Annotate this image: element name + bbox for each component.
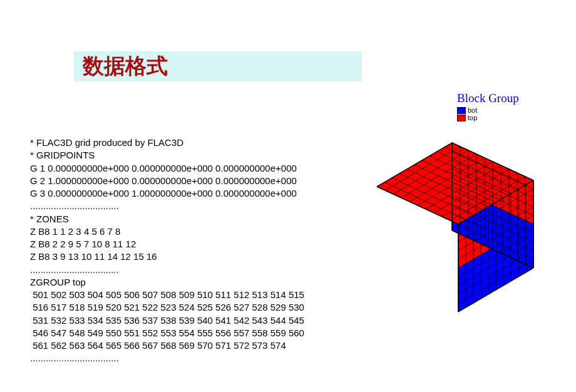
- code-line: G 3 0.000000000e+000 1.000000000e+000 0.…: [30, 187, 304, 200]
- legend-label-top: top: [468, 114, 477, 121]
- code-line: Z B8 1 1 2 3 4 5 6 7 8: [30, 225, 304, 238]
- code-line: 561 562 563 564 565 566 567 568 569 570 …: [30, 339, 304, 352]
- code-line: G 2 1.000000000e+000 0.000000000e+000 0.…: [30, 175, 304, 187]
- code-line: 531 532 533 534 535 536 537 538 539 540 …: [30, 314, 304, 327]
- code-line: * GRIDPOINTS: [30, 149, 304, 162]
- code-line: Z B8 3 9 13 10 11 14 12 15 16: [30, 250, 304, 263]
- legend: Block Group bot top: [457, 91, 519, 121]
- page-title: 数据格式: [83, 52, 168, 81]
- code-line: 501 502 503 504 505 506 507 508 509 510 …: [30, 289, 304, 301]
- cube-diagram: [358, 130, 552, 333]
- code-line: 546 547 548 549 550 551 552 553 554 555 …: [30, 327, 304, 339]
- legend-label-bot: bot: [468, 106, 477, 114]
- code-line: * FLAC3D grid produced by FLAC3D: [30, 137, 304, 149]
- legend-title: Block Group: [457, 91, 519, 105]
- code-content: * FLAC3D grid produced by FLAC3D * GRIDP…: [30, 137, 304, 365]
- code-line: ..................................: [30, 200, 304, 212]
- code-line: ..................................: [30, 264, 304, 276]
- legend-swatch-bot: [457, 107, 466, 114]
- title-box: 数据格式: [74, 51, 362, 81]
- cube-icon: [358, 130, 552, 331]
- legend-swatch-top: [457, 115, 466, 121]
- code-line: Z B8 2 2 9 5 7 10 8 11 12: [30, 238, 304, 250]
- legend-item-top: top: [457, 114, 519, 121]
- code-line: G 1 0.000000000e+000 0.000000000e+000 0.…: [30, 162, 304, 175]
- code-line: 516 517 518 519 520 521 522 523 524 525 …: [30, 301, 304, 314]
- code-line: ZGROUP top: [30, 276, 304, 289]
- code-line: ..................................: [30, 352, 304, 364]
- legend-item-bot: bot: [457, 106, 519, 114]
- code-line: * ZONES: [30, 213, 304, 225]
